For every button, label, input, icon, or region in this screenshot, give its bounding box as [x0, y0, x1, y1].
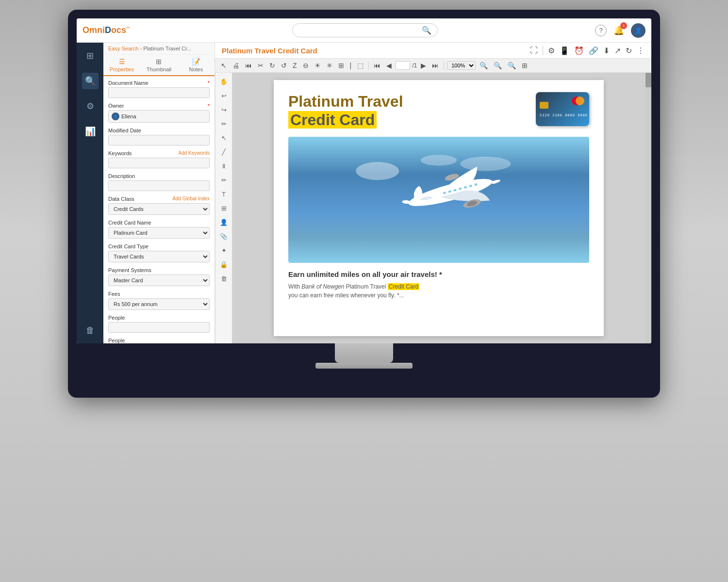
sidebar-icon-analytics[interactable]: 📊: [82, 123, 99, 140]
zoom-fit-icon[interactable]: 🔍: [478, 61, 490, 70]
settings-sliders-icon[interactable]: ⚙: [548, 46, 555, 55]
sidebar-icon-trash[interactable]: 🗑: [83, 323, 98, 339]
sidebar-icon-grid[interactable]: ⊞: [83, 48, 97, 64]
field-description: Description: [108, 173, 210, 191]
tab-notes[interactable]: 📝 Notes: [178, 55, 215, 75]
arrow-icon[interactable]: ↩: [220, 91, 228, 101]
tablet-icon[interactable]: 📱: [560, 46, 569, 55]
description-input[interactable]: [108, 180, 210, 191]
rect-select-icon[interactable]: ⬚: [355, 61, 365, 70]
zoom-out-icon[interactable]: 🔍: [506, 61, 518, 70]
breadcrumb-current: Platinum Travel Cr...: [143, 46, 191, 51]
body-italic: Bank of Newgen: [301, 283, 344, 290]
svg-point-4: [421, 155, 457, 165]
zoom-in-icon[interactable]: 🔍: [492, 61, 504, 70]
modified-date-input[interactable]: 02/04/2020: [108, 135, 210, 146]
highlight-icon[interactable]: Ⅱ: [221, 161, 227, 171]
credit-card-type-label: Credit Card Type: [108, 243, 149, 249]
clock-icon[interactable]: ⏰: [574, 46, 584, 55]
line-icon[interactable]: ╱: [220, 147, 227, 157]
link-icon[interactable]: 🔗: [589, 46, 598, 55]
print-icon[interactable]: 🖨: [231, 61, 241, 70]
toolbar-divider-1: [543, 46, 543, 55]
undo-icon[interactable]: ↺: [279, 61, 289, 70]
redo-icon[interactable]: ↻: [267, 61, 277, 70]
stamp-icon[interactable]: 📎: [218, 231, 229, 242]
user-avatar[interactable]: 👤: [631, 23, 645, 38]
field-doc-name: Document Name * Platinum Travel Credit C…: [108, 80, 210, 98]
monitor-base: [315, 363, 413, 369]
payment-systems-select[interactable]: Master Card Visa Amex: [108, 275, 210, 286]
text-icon[interactable]: T: [220, 189, 227, 199]
pencil-icon[interactable]: ✏: [220, 119, 228, 129]
scrollbar-thumb[interactable]: [645, 73, 651, 87]
next-icon[interactable]: ▶: [419, 61, 428, 70]
prev-prev-icon[interactable]: ⏮: [372, 61, 382, 70]
first-page-icon[interactable]: ⏮: [243, 61, 254, 70]
sparkle-icon[interactable]: ✦: [220, 245, 228, 256]
download-icon[interactable]: ⬇: [603, 46, 610, 55]
frame-icon[interactable]: ⊞: [336, 61, 346, 70]
refresh-icon[interactable]: ↻: [626, 46, 632, 55]
asterisk-icon[interactable]: ✳: [325, 61, 334, 70]
grid-view-icon[interactable]: ⊞: [520, 61, 529, 70]
breadcrumb-parent[interactable]: Easy Search: [108, 46, 138, 51]
properties-tab-label: Properties: [110, 66, 134, 72]
field-data-class: Data Class Add Global Index Credit Cards…: [108, 196, 210, 215]
select-icon[interactable]: ✂: [256, 61, 265, 70]
thumbnail-tab-icon: ⊞: [156, 58, 162, 65]
sun-icon[interactable]: ☀: [313, 61, 323, 70]
scrollbar[interactable]: [645, 73, 651, 343]
cursor-icon[interactable]: ↖: [219, 61, 229, 70]
viewer-header: Platinum Travel Credit Card ⛶ ⚙ 📱 ⏰ 🔗 ⬇ …: [215, 43, 651, 59]
notification-button[interactable]: 🔔 1: [613, 25, 624, 36]
tab-thumbnail[interactable]: ⊞ Thumbnail: [140, 55, 177, 75]
field-payment-systems: Payment Systems Master Card Visa Amex: [108, 267, 210, 286]
text-cursor-icon[interactable]: |: [348, 61, 354, 70]
tab-properties[interactable]: ☰ Properties: [103, 55, 140, 76]
airplane-image: [288, 137, 589, 263]
sidebar-icon-settings[interactable]: ⚙: [83, 98, 97, 114]
forward-icon[interactable]: ↪: [220, 105, 228, 115]
credit-card-type-select[interactable]: Travel Cards Standard Cards Premium Card…: [108, 251, 210, 262]
sidebar-icon-search[interactable]: 🔍: [82, 73, 99, 89]
field-people2: People: [108, 338, 210, 343]
next-next-icon[interactable]: ⏭: [430, 61, 441, 70]
paint-icon[interactable]: ✏: [220, 175, 228, 185]
pointer-icon[interactable]: ↖: [220, 133, 228, 143]
owner-input[interactable]: 👤 Ellena: [108, 110, 210, 123]
help-button[interactable]: ?: [595, 25, 607, 36]
thumbnail-tab-label: Thumbnail: [147, 66, 171, 72]
minus-circle-icon[interactable]: ⊖: [301, 61, 311, 70]
field-keywords: Keywords Add Keywords: [108, 150, 210, 168]
top-bar: OmniDocs™ Credit Card 🔍 ? 🔔 1 👤: [77, 18, 651, 43]
page-number-input[interactable]: 1: [396, 61, 410, 70]
doc-name-input[interactable]: Platinum Travel Credit Card: [108, 87, 210, 98]
keywords-input[interactable]: [108, 158, 210, 168]
share-icon[interactable]: ↗: [614, 46, 621, 55]
add-keywords-link[interactable]: Add Keywords: [179, 150, 210, 156]
person-icon[interactable]: 👤: [218, 217, 229, 227]
add-global-index-link[interactable]: Add Global Index: [172, 196, 210, 202]
zoom-select[interactable]: 100% 75% 125%: [447, 61, 476, 70]
prev-icon[interactable]: ◀: [384, 61, 394, 70]
people-input[interactable]: Dipin: [108, 322, 210, 333]
title-part2: Credit Card: [288, 111, 377, 129]
fees-select[interactable]: Rs 500 per annum Rs 1000 per annum Free: [108, 298, 210, 310]
credit-card-name-select[interactable]: Platinum Card Gold Card Silver Card: [108, 227, 210, 239]
mastercard-logo: [571, 96, 585, 108]
card-chip: [540, 102, 548, 109]
description-label: Description: [108, 173, 135, 179]
table-icon[interactable]: ⊞: [220, 203, 228, 213]
more-icon[interactable]: ⋮: [637, 46, 645, 55]
pan-icon[interactable]: ✋: [218, 77, 229, 87]
data-class-select[interactable]: Credit Cards Travel Cards Standard Cards: [108, 203, 210, 215]
top-icons: ? 🔔 1 👤: [595, 23, 645, 38]
app-logo: OmniDocs™: [83, 25, 130, 35]
delete-icon[interactable]: 🗑: [219, 274, 229, 284]
monitor-frame: OmniDocs™ Credit Card 🔍 ? 🔔 1 👤: [68, 10, 660, 398]
zoom-text-icon[interactable]: Z: [291, 61, 299, 70]
search-input[interactable]: Credit Card: [298, 27, 422, 34]
lock-icon[interactable]: 🔒: [218, 259, 229, 270]
expand-icon[interactable]: ⛶: [530, 46, 538, 55]
